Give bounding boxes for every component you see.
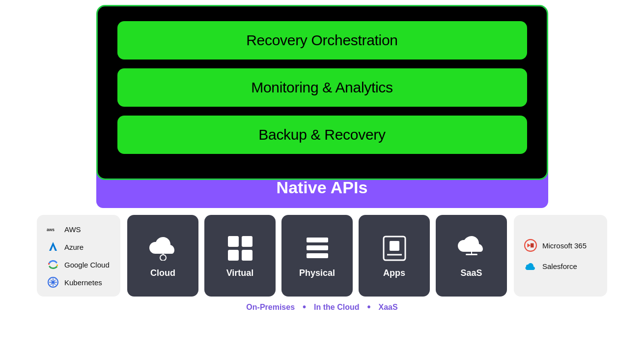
svg-marker-1 bbox=[49, 242, 57, 251]
svg-rect-7 bbox=[242, 236, 252, 247]
footer-on-premises: On-Premises bbox=[246, 303, 295, 312]
monitoring-analytics-pill: Monitoring & Analytics bbox=[117, 68, 527, 107]
svg-point-3 bbox=[52, 281, 55, 284]
cloud-icon bbox=[148, 234, 178, 263]
svg-rect-6 bbox=[228, 236, 239, 247]
main-container: Recovery Orchestration Monitoring & Anal… bbox=[10, 5, 634, 313]
virtual-icon bbox=[225, 234, 255, 263]
cloud-card: Cloud bbox=[127, 215, 198, 297]
footer-dot-2: • bbox=[367, 301, 371, 313]
native-apis-label: Native APIs bbox=[277, 178, 368, 197]
platform-cards: Cloud Virtual bbox=[127, 215, 507, 297]
cloud-label: Cloud bbox=[150, 268, 175, 278]
bottom-section: aws AWS Azure bbox=[10, 215, 634, 313]
saas-card: SaaS bbox=[436, 215, 507, 297]
salesforce-label: Salesforce bbox=[542, 262, 577, 270]
virtual-card: Virtual bbox=[204, 215, 276, 297]
kubernetes-label: Kubernetes bbox=[64, 278, 102, 287]
apps-card: Apps bbox=[359, 215, 430, 297]
footer-xaas: XaaS bbox=[379, 303, 398, 312]
svg-rect-14 bbox=[390, 241, 399, 251]
architecture-box: Recovery Orchestration Monitoring & Anal… bbox=[96, 5, 548, 180]
saas-icon bbox=[457, 234, 486, 263]
azure-icon bbox=[47, 240, 59, 253]
saas-label: SaaS bbox=[460, 268, 482, 278]
svg-point-4 bbox=[160, 255, 166, 261]
google-cloud-item: Google Cloud bbox=[47, 258, 111, 271]
salesforce-item: Salesforce bbox=[524, 259, 597, 273]
saas-apps-sidebar: Microsoft 365 Salesforce bbox=[514, 215, 607, 297]
svg-rect-9 bbox=[242, 250, 252, 261]
google-cloud-label: Google Cloud bbox=[64, 261, 110, 269]
aws-icon: aws bbox=[47, 223, 59, 236]
svg-rect-12 bbox=[307, 253, 328, 258]
footer-labels: On-Premises • In the Cloud • XaaS bbox=[246, 301, 397, 313]
backup-recovery-pill: Backup & Recovery bbox=[117, 116, 527, 154]
cloud-providers-sidebar: aws AWS Azure bbox=[37, 215, 120, 297]
microsoft365-icon bbox=[524, 239, 537, 252]
apps-label: Apps bbox=[383, 268, 405, 278]
azure-label: Azure bbox=[64, 243, 84, 251]
svg-text:aws: aws bbox=[47, 227, 55, 232]
svg-rect-10 bbox=[307, 238, 328, 242]
azure-item: Azure bbox=[47, 240, 111, 253]
physical-icon bbox=[303, 234, 332, 263]
virtual-label: Virtual bbox=[226, 268, 254, 278]
recovery-orchestration-pill: Recovery Orchestration bbox=[117, 21, 527, 60]
footer-dot-1: • bbox=[303, 301, 306, 313]
salesforce-icon bbox=[524, 259, 537, 273]
svg-rect-8 bbox=[228, 250, 239, 261]
google-cloud-icon bbox=[47, 258, 59, 271]
footer-in-the-cloud: In the Cloud bbox=[314, 303, 359, 312]
svg-rect-16 bbox=[466, 254, 477, 255]
aws-item: aws AWS bbox=[47, 223, 111, 236]
physical-card: Physical bbox=[281, 215, 353, 297]
apps-icon bbox=[380, 234, 409, 263]
kubernetes-item: Kubernetes bbox=[47, 276, 111, 289]
kubernetes-icon bbox=[47, 276, 59, 289]
physical-label: Physical bbox=[299, 268, 335, 278]
svg-rect-11 bbox=[307, 245, 328, 250]
platforms-row: aws AWS Azure bbox=[10, 215, 634, 297]
microsoft365-item: Microsoft 365 bbox=[524, 239, 597, 252]
aws-label: AWS bbox=[64, 225, 81, 234]
microsoft365-label: Microsoft 365 bbox=[542, 241, 587, 250]
